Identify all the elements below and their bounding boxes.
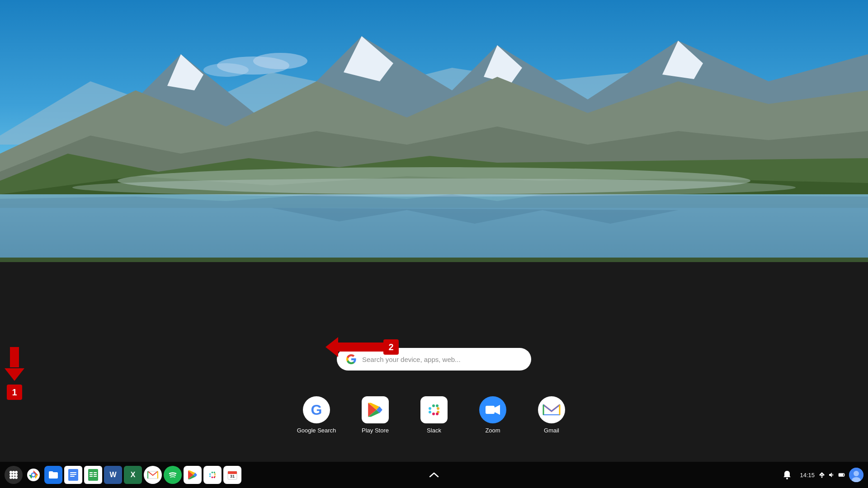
- svg-rect-76: [844, 474, 844, 476]
- svg-rect-61: [209, 473, 211, 475]
- launcher-area: [0, 262, 868, 488]
- taskbar-sheets[interactable]: [84, 466, 102, 484]
- annotation-arrow-1: 1: [5, 347, 24, 400]
- launcher-app-slack[interactable]: Slack: [414, 396, 454, 434]
- svg-rect-53: [94, 472, 97, 473]
- avatar[interactable]: [849, 468, 863, 482]
- svg-rect-24: [437, 407, 439, 410]
- wallpaper: [0, 0, 868, 262]
- svg-point-37: [9, 474, 12, 476]
- svg-point-41: [12, 476, 15, 479]
- svg-rect-27: [436, 413, 439, 415]
- annotation-number-1: 1: [7, 385, 22, 400]
- annotation-number-2: 2: [383, 339, 399, 355]
- svg-point-36: [15, 471, 18, 474]
- svg-rect-22: [432, 404, 435, 407]
- clock: 14:15: [800, 471, 815, 479]
- zoom-icon: [479, 396, 506, 423]
- launcher-app-zoom[interactable]: Zoom: [472, 396, 513, 434]
- notification-icon[interactable]: [778, 466, 796, 484]
- svg-rect-75: [839, 474, 843, 476]
- slack-label: Slack: [427, 427, 441, 434]
- launcher-app-google-search[interactable]: G Google Search: [296, 396, 337, 434]
- clock-time: 14:15: [800, 472, 815, 479]
- svg-text:31: 31: [230, 474, 235, 479]
- taskbar-gmail[interactable]: [144, 466, 162, 484]
- taskbar-launcher-button[interactable]: [5, 466, 23, 484]
- svg-rect-23: [436, 404, 439, 407]
- svg-point-2: [253, 53, 307, 69]
- status-icons: [818, 471, 845, 479]
- svg-rect-67: [212, 477, 213, 479]
- svg-rect-49: [70, 474, 76, 475]
- taskbar-chrome[interactable]: [24, 466, 42, 484]
- gmail-icon: [538, 396, 565, 423]
- slack-icon: [420, 396, 448, 423]
- svg-rect-20: [429, 407, 431, 410]
- taskbar-docs[interactable]: [64, 466, 82, 484]
- google-search-icon: G: [303, 396, 330, 423]
- svg-rect-64: [213, 472, 215, 474]
- svg-rect-50: [70, 476, 75, 477]
- svg-point-18: [72, 178, 796, 197]
- taskbar-slack[interactable]: [203, 466, 222, 484]
- svg-marker-15: [0, 194, 868, 262]
- play-store-label: Play Store: [362, 427, 389, 434]
- svg-rect-57: [94, 476, 97, 477]
- svg-rect-19: [0, 258, 868, 262]
- arrow-stem-1: [10, 347, 19, 367]
- svg-point-46: [32, 474, 35, 476]
- network-icon: [818, 471, 826, 479]
- svg-rect-26: [432, 413, 435, 415]
- battery-icon: [838, 471, 845, 479]
- svg-rect-54: [90, 474, 93, 475]
- taskbar-center: [427, 468, 441, 482]
- launcher-app-play-store[interactable]: Play Store: [355, 396, 396, 434]
- svg-rect-51: [88, 469, 98, 481]
- svg-rect-56: [90, 476, 93, 477]
- taskbar-excel[interactable]: X: [124, 466, 142, 484]
- taskbar-left: W X: [5, 466, 778, 484]
- svg-rect-62: [209, 475, 211, 477]
- svg-rect-21: [429, 411, 431, 413]
- arrow-head-1: [5, 368, 24, 381]
- svg-rect-29: [486, 406, 495, 414]
- launcher-toggle[interactable]: [427, 468, 441, 482]
- gmail-label: Gmail: [544, 427, 559, 434]
- svg-point-38: [12, 474, 15, 476]
- taskbar-files[interactable]: [44, 466, 62, 484]
- svg-point-34: [9, 471, 12, 474]
- svg-point-35: [12, 471, 15, 474]
- svg-point-39: [15, 474, 18, 476]
- launcher-app-gmail[interactable]: Gmail: [531, 396, 572, 434]
- taskbar: W X: [0, 462, 868, 488]
- svg-rect-65: [214, 473, 216, 475]
- arrow-head-2: [326, 337, 338, 357]
- google-search-label: Google Search: [297, 427, 336, 434]
- play-store-icon: [362, 396, 389, 423]
- svg-point-3: [203, 63, 249, 77]
- taskbar-spotify[interactable]: [164, 466, 182, 484]
- svg-rect-48: [70, 472, 76, 473]
- taskbar-play-store[interactable]: [184, 466, 202, 484]
- svg-point-72: [786, 478, 788, 479]
- taskbar-word[interactable]: W: [104, 466, 122, 484]
- svg-rect-63: [212, 472, 213, 474]
- svg-point-73: [821, 477, 823, 478]
- volume-icon: [828, 471, 835, 479]
- taskbar-right: 14:15: [778, 466, 863, 484]
- svg-point-40: [9, 476, 12, 479]
- arrow-stem-2: [338, 343, 383, 352]
- app-launcher: G Google Search Play Store: [296, 396, 572, 434]
- zoom-label: Zoom: [485, 427, 500, 434]
- svg-rect-55: [94, 474, 97, 475]
- svg-rect-28: [431, 407, 437, 413]
- svg-point-42: [15, 476, 18, 479]
- svg-marker-30: [495, 405, 500, 415]
- svg-rect-68: [213, 477, 215, 479]
- taskbar-calendar[interactable]: 31: [223, 466, 241, 484]
- svg-point-78: [854, 471, 859, 476]
- svg-rect-52: [90, 472, 93, 473]
- annotation-arrow-2: 2: [326, 337, 399, 357]
